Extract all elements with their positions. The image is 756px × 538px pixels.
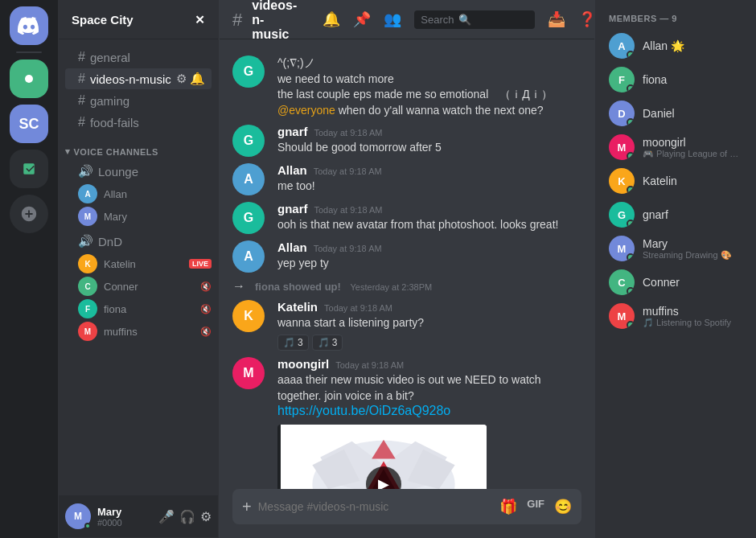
server-icon-1[interactable] xyxy=(10,60,48,98)
member-avatar-mary: M xyxy=(78,207,97,226)
msg-content-gnarf1: gnarf Today at 9:18 AM Should be good to… xyxy=(277,125,581,157)
reaction-musical-2[interactable]: 🎵 3 xyxy=(312,335,343,351)
search-text: Search xyxy=(421,14,454,26)
speaker-icon-dnd: 🔊 xyxy=(78,234,93,248)
member-name-conner: Conner xyxy=(643,276,742,289)
msg-text-gnarf2: ooh is that new avatar from that photosh… xyxy=(277,217,581,233)
msg-text-gnarf1: Should be good tomorrow after 5 xyxy=(277,140,581,156)
channel-item-general[interactable]: # general xyxy=(65,47,212,68)
voice-channels-category[interactable]: ▾ VOICE CHANNELS xyxy=(59,133,218,160)
pin-header-icon[interactable]: 📌 xyxy=(353,10,371,29)
channel-item-videos[interactable]: # videos-n-music ⚙ 🔔 xyxy=(65,68,212,89)
user-panel: M Mary #0000 🎤 🎧 ⚙ xyxy=(59,495,218,537)
member-avatar-main-katelin: K xyxy=(609,168,635,194)
member-item-allan[interactable]: A Allan 🌟 xyxy=(602,30,749,62)
voice-channel-lounge[interactable]: 🔊 Lounge xyxy=(65,161,212,182)
hash-icon-food: # xyxy=(78,115,85,129)
member-info-conner: Conner xyxy=(643,276,742,289)
member-info-allan: Allan 🌟 xyxy=(643,39,742,52)
msg-header-allan2: Allan Today at 9:18 AM xyxy=(277,240,581,254)
members-title: MEMBERS — 9 xyxy=(602,14,749,23)
bell-header-icon[interactable]: 🔔 xyxy=(323,10,340,29)
notification-icon[interactable]: 🔔 xyxy=(190,72,205,86)
server-icon-2[interactable]: SC xyxy=(10,105,48,143)
msg-header-gnarf2: gnarf Today at 9:18 AM xyxy=(277,202,581,216)
system-timestamp-fiona: Yesterday at 2:38PM xyxy=(351,282,433,292)
settings-icon-user[interactable]: ⚙ xyxy=(200,509,212,524)
member-item-daniel[interactable]: D Daniel xyxy=(602,97,749,129)
gif-icon[interactable]: GIF xyxy=(527,498,544,515)
message-group-gnarf1: G gnarf Today at 9:18 AM Should be good … xyxy=(220,121,594,160)
server-name-header[interactable]: Space City ✕ xyxy=(59,1,218,39)
attach-icon[interactable]: + xyxy=(242,498,252,516)
member-name-gnarf: gnarf xyxy=(643,208,742,221)
msg-author-gnarf2: gnarf xyxy=(277,202,308,216)
msg-avatar-gnarf1: G xyxy=(232,125,265,157)
svg-point-0 xyxy=(25,75,33,83)
members-header-icon[interactable]: 👥 xyxy=(384,10,401,29)
emoji-icon[interactable]: 😊 xyxy=(554,498,572,515)
chevron-down-icon: ▾ xyxy=(65,146,71,157)
lounge-member-mary[interactable]: M Mary xyxy=(59,205,218,228)
video-thumbnail[interactable]: BEAK ▶ xyxy=(281,425,487,489)
member-avatar-katelin: K xyxy=(78,254,97,273)
mic-icon[interactable]: 🎤 xyxy=(158,509,175,524)
member-item-fiona[interactable]: F fiona xyxy=(602,64,749,96)
server-name: Space City xyxy=(72,13,134,27)
member-avatar-allan: A xyxy=(78,184,97,203)
msg-link-youtube[interactable]: https://youtu.be/OiDz6aQ928o xyxy=(277,404,450,417)
header-search[interactable]: Search 🔍 xyxy=(414,10,535,29)
dnd-member-fiona[interactable]: F fiona 🔇 xyxy=(59,298,218,320)
video-embed: BEAK ▶ xyxy=(277,425,487,489)
member-avatar-muffins: M xyxy=(78,322,97,341)
discord-home-button[interactable] xyxy=(10,6,48,45)
channel-sidebar: Space City ✕ # general # videos-n-music … xyxy=(58,0,219,538)
gift-icon[interactable]: 🎁 xyxy=(499,498,517,515)
msg-text-katelin: wanna start a listening party? xyxy=(277,315,581,331)
dnd-member-conner[interactable]: C Conner 🔇 xyxy=(59,275,218,298)
member-name-muffins: muffins xyxy=(643,305,742,318)
member-item-katelin-main[interactable]: K Katelin xyxy=(602,165,749,197)
msg-avatar-katelin: K xyxy=(232,300,265,332)
member-avatar-main-allan: A xyxy=(609,33,635,59)
inbox-header-icon[interactable]: 📥 xyxy=(548,10,565,29)
settings-icon[interactable]: ⚙ xyxy=(176,72,187,86)
member-avatar-main-mary: M xyxy=(609,236,635,261)
member-info-moongirl: moongirl 🎮 Playing League of Legends xyxy=(643,136,742,159)
speaker-icon: 🔊 xyxy=(78,164,93,179)
help-header-icon[interactable]: ❓ xyxy=(578,10,596,29)
member-item-conner-main[interactable]: C Conner xyxy=(602,266,749,298)
reaction-musical-1[interactable]: 🎵 3 xyxy=(277,335,309,351)
search-icon: 🔍 xyxy=(458,14,471,26)
member-name-fiona: fiona xyxy=(643,73,742,86)
online-dot-fiona xyxy=(627,84,635,92)
hash-icon-gaming: # xyxy=(78,93,85,108)
channel-header: # videos-n-music 🔔 📌 👥 Search 🔍 📥 ❓ xyxy=(220,1,594,39)
message-group-allan2: A Allan Today at 9:18 AM yep yep ty xyxy=(220,237,594,276)
headset-icon[interactable]: 🎧 xyxy=(179,509,195,524)
channel-item-food[interactable]: # food-fails xyxy=(65,112,212,133)
msg-content-gnarf2: gnarf Today at 9:18 AM ooh is that new a… xyxy=(277,202,581,234)
lounge-member-allan[interactable]: A Allan xyxy=(59,183,218,205)
current-username: Mary xyxy=(97,506,152,518)
member-item-gnarf-main[interactable]: G gnarf xyxy=(602,199,749,231)
msg-content-continuation: ^(;∇;)ノ we need to watch more the last c… xyxy=(277,55,581,118)
msg-avatar-gnarf0: G xyxy=(232,55,265,88)
message-input[interactable] xyxy=(258,500,494,513)
member-item-moongirl[interactable]: M moongirl 🎮 Playing League of Legends xyxy=(602,131,749,163)
member-item-muffins-main[interactable]: M muffins 🎵 Listening to Spotify xyxy=(602,300,749,332)
server-icon-4[interactable] xyxy=(10,195,48,233)
server-icon-3[interactable] xyxy=(10,150,48,188)
online-dot-daniel xyxy=(627,118,635,126)
dnd-member-katelin[interactable]: K Katelin LIVE xyxy=(59,253,218,275)
member-item-mary-main[interactable]: M Mary Streaming Drawing 🎨 xyxy=(602,232,749,265)
messages-area: G ^(;∇;)ノ we need to watch more the last… xyxy=(220,39,594,489)
member-status-mary: Streaming Drawing 🎨 xyxy=(643,250,742,261)
voice-channel-dnd[interactable]: 🔊 DnD xyxy=(65,231,212,252)
member-name-daniel: Daniel xyxy=(643,107,742,120)
channel-item-gaming[interactable]: # gaming xyxy=(65,90,212,111)
dnd-member-muffins[interactable]: M muffins 🔇 xyxy=(59,320,218,343)
message-group-gnarf2: G gnarf Today at 9:18 AM ooh is that new… xyxy=(220,199,594,237)
channel-header-name: videos-n-music xyxy=(252,0,297,42)
online-dot-conner xyxy=(627,287,635,295)
